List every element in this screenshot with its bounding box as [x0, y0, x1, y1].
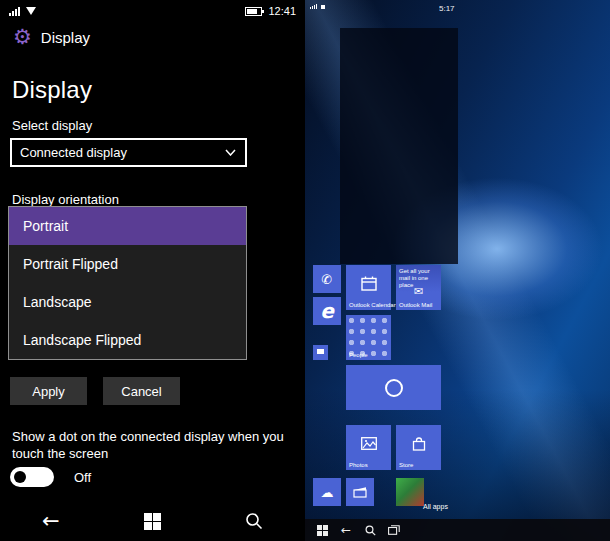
tile-label: Store: [399, 462, 413, 468]
wallpaper-shadow-shape: [340, 28, 458, 264]
orientation-dropdown: Portrait Portrait Flipped Landscape Land…: [8, 206, 247, 360]
status-time: 12:41: [268, 5, 296, 17]
external-status-time: 5:17: [439, 4, 455, 13]
all-apps-link[interactable]: All apps: [423, 503, 448, 510]
toggle-knob: [14, 471, 26, 483]
touch-dot-toggle[interactable]: [10, 467, 54, 487]
tile-label: Outlook Mail: [399, 302, 432, 308]
cancel-button[interactable]: Cancel: [103, 377, 180, 405]
film-tv-tile[interactable]: [346, 478, 374, 506]
status-bar: 12:41: [0, 0, 305, 22]
tile-label: People: [349, 352, 368, 358]
message-bubble-icon: [317, 349, 324, 354]
cortana-ring-icon: [346, 365, 441, 410]
display-orientation-label: Display orientation: [12, 192, 119, 207]
tile-label: Photos: [349, 462, 368, 468]
display-select[interactable]: Connected display: [10, 138, 247, 167]
phone-navigation-bar: ←: [0, 501, 305, 541]
photo-thumbnail-tile[interactable]: [396, 478, 424, 506]
outlook-mail-tile[interactable]: Get all your mail in one place ✉ Outlook…: [396, 265, 441, 310]
orientation-option-landscape[interactable]: Landscape: [9, 283, 246, 321]
outlook-calendar-tile[interactable]: Outlook Calendar: [346, 265, 391, 310]
orientation-option-portrait-flipped[interactable]: Portrait Flipped: [9, 245, 246, 283]
touch-dot-description: Show a dot on the connected display when…: [12, 428, 304, 462]
page-title: Display: [12, 76, 92, 104]
back-arrow-icon: ←: [341, 524, 351, 536]
status-right-icons: 12:41: [245, 5, 296, 17]
phone-screen: 12:41 ⚙ Display Display Select display C…: [0, 0, 305, 541]
external-status-icons: [310, 4, 325, 9]
wifi-icon: [26, 7, 36, 15]
chevron-down-icon: [225, 149, 236, 156]
store-tile[interactable]: Store: [396, 425, 441, 470]
phone-tile[interactable]: ✆: [313, 265, 341, 293]
back-button[interactable]: ←: [0, 511, 102, 532]
cellular-signal-icon: [310, 4, 317, 9]
connected-display-preview: 5:17 ✆ Outlook Calendar Get all your mai…: [305, 0, 610, 541]
battery-icon: [245, 7, 262, 16]
windows-logo-icon: [317, 525, 328, 536]
windows-logo-icon: [144, 513, 161, 530]
taskbar-back-button[interactable]: ←: [334, 519, 358, 541]
edge-icon: e: [313, 297, 341, 325]
search-icon: [365, 525, 376, 536]
select-display-label: Select display: [12, 118, 92, 133]
back-arrow-icon: ←: [42, 511, 60, 532]
task-view-icon: [388, 525, 400, 535]
messaging-tile[interactable]: [313, 345, 328, 360]
photos-tile[interactable]: Photos: [346, 425, 391, 470]
toggle-state-label: Off: [74, 470, 91, 485]
orientation-option-portrait[interactable]: Portrait: [9, 207, 246, 245]
app-header-title: Display: [41, 29, 90, 46]
screenshot-root: 12:41 ⚙ Display Display Select display C…: [0, 0, 610, 541]
start-button[interactable]: [102, 513, 204, 530]
cellular-signal-icon: [9, 7, 20, 16]
display-select-value: Connected display: [20, 145, 127, 160]
status-dot-icon: [321, 5, 325, 9]
gear-icon: ⚙: [13, 27, 32, 48]
search-button[interactable]: [203, 512, 305, 530]
connected-display-taskbar: ←: [305, 519, 610, 541]
search-icon: [245, 512, 263, 530]
tile-label: Outlook Calendar: [349, 302, 396, 308]
taskbar-search-button[interactable]: [358, 519, 382, 541]
touch-dot-toggle-row: Off: [10, 467, 91, 487]
cortana-tile[interactable]: [346, 365, 441, 410]
app-header: ⚙ Display: [13, 27, 90, 48]
taskbar-task-view-button[interactable]: [382, 519, 406, 541]
edge-tile[interactable]: e: [313, 297, 341, 325]
taskbar-start-button[interactable]: [310, 519, 334, 541]
onedrive-tile[interactable]: ☁: [313, 478, 341, 506]
apply-button[interactable]: Apply: [10, 377, 87, 405]
people-tile[interactable]: People: [346, 315, 391, 360]
cloud-icon: ☁: [313, 478, 341, 506]
clapperboard-icon: [346, 478, 374, 506]
phone-icon: ✆: [313, 265, 341, 293]
status-left-icons: [9, 7, 36, 16]
orientation-option-landscape-flipped[interactable]: Landscape Flipped: [9, 321, 246, 359]
